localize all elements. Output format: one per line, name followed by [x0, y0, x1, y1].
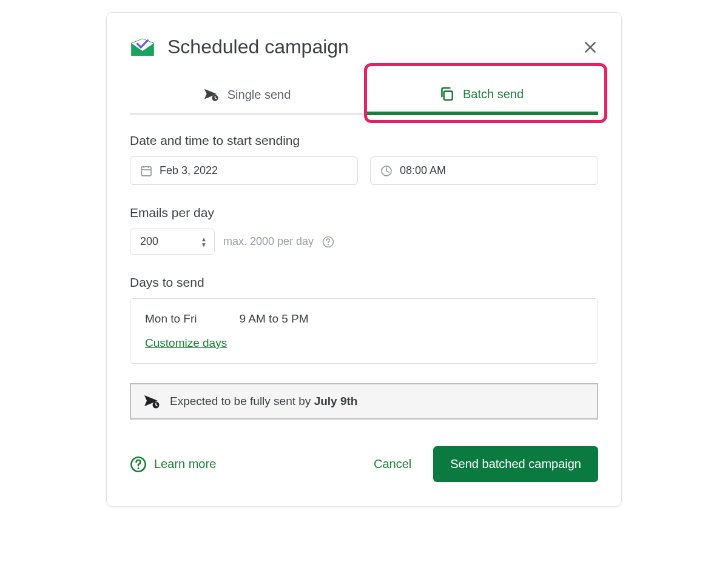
svg-point-11	[137, 467, 139, 469]
emails-row: 200 ▲ ▼ max. 2000 per day	[130, 229, 598, 255]
emails-label: Emails per day	[130, 206, 598, 220]
datetime-row: Feb 3, 2022 08:00 AM	[130, 156, 598, 185]
expected-date: July 9th	[314, 395, 358, 407]
paper-plane-clock-icon	[203, 87, 219, 102]
learn-more-label: Learn more	[154, 457, 216, 471]
emails-value: 200	[140, 235, 158, 248]
footer-right: Cancel Send batched campaign	[374, 446, 598, 482]
expected-box: Expected to be fully sent by July 9th	[130, 383, 598, 420]
days-label: Days to send	[130, 275, 598, 290]
svg-point-8	[328, 244, 329, 245]
paper-plane-clock-icon	[143, 394, 160, 409]
dialog-title-wrap: Scheduled campaign	[130, 36, 349, 58]
svg-rect-2	[141, 167, 151, 176]
date-input[interactable]: Feb 3, 2022	[130, 156, 358, 185]
datetime-label: Date and time to start sending	[130, 133, 598, 148]
tab-batch-send[interactable]: Batch send	[364, 75, 598, 115]
envelope-check-icon	[130, 38, 155, 57]
dialog-footer: Learn more Cancel Send batched campaign	[130, 446, 598, 482]
days-range: Mon to Fri	[145, 312, 197, 326]
time-input[interactable]: 08:00 AM	[370, 156, 598, 185]
tab-batch-label: Batch send	[463, 87, 524, 101]
time-value: 08:00 AM	[400, 164, 446, 177]
customize-days-link[interactable]: Customize days	[145, 336, 227, 349]
scheduled-campaign-dialog: Scheduled campaign Single send Batch sen…	[106, 12, 622, 507]
tab-single-send[interactable]: Single send	[130, 75, 364, 115]
copy-icon	[439, 86, 454, 102]
cancel-button[interactable]: Cancel	[374, 457, 411, 471]
date-value: Feb 3, 2022	[160, 164, 218, 177]
emails-hint: max. 2000 per day	[223, 235, 314, 248]
days-hours: 9 AM to 5 PM	[240, 312, 309, 326]
tabs: Single send Batch send	[130, 75, 598, 115]
learn-more-link[interactable]: Learn more	[130, 456, 216, 473]
help-icon[interactable]	[322, 236, 334, 248]
dialog-title: Scheduled campaign	[167, 36, 349, 58]
tab-single-label: Single send	[228, 88, 291, 102]
calendar-icon	[140, 165, 152, 177]
clock-icon	[380, 165, 393, 177]
days-row: Mon to Fri 9 AM to 5 PM	[145, 312, 583, 326]
days-box: Mon to Fri 9 AM to 5 PM Customize days	[130, 298, 598, 364]
svg-rect-1	[444, 92, 453, 100]
send-batched-campaign-button[interactable]: Send batched campaign	[433, 446, 598, 482]
stepper-icon[interactable]: ▲ ▼	[201, 236, 207, 247]
dialog-header: Scheduled campaign	[130, 36, 598, 58]
emails-per-day-input[interactable]: 200 ▲ ▼	[130, 229, 215, 255]
close-icon[interactable]	[582, 39, 598, 55]
expected-prefix: Expected to be fully sent by	[170, 395, 314, 407]
help-circle-icon	[130, 456, 147, 473]
expected-text: Expected to be fully sent by July 9th	[170, 395, 357, 408]
